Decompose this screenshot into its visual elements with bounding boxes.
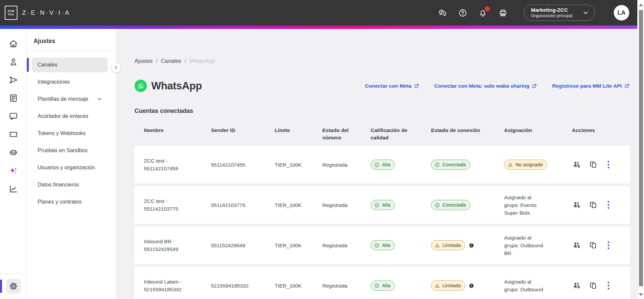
cell-assignment: Asignado al grupo: Outbound	[495, 278, 562, 294]
home-icon[interactable]	[6, 36, 21, 51]
sidebar-item-integraciones[interactable]: Integraciones	[32, 75, 108, 89]
assign-users-icon[interactable]	[572, 241, 581, 250]
quality-badge: Alta	[371, 281, 395, 291]
conversations-icon[interactable]	[6, 109, 21, 124]
zenvia-logo[interactable]: ZENVIA Z·E·N·V·I·A	[5, 6, 70, 20]
external-link-icon	[624, 83, 630, 89]
chatbot-robot-icon[interactable]	[6, 145, 21, 160]
kebab-menu-icon[interactable]	[605, 241, 611, 250]
table-row: Inbound BR - 551152429549 551152429549 T…	[135, 226, 630, 264]
breadcrumb-separator: /	[156, 58, 158, 64]
scrollbar-up-arrow[interactable]	[639, 3, 643, 6]
cell-sender-id: 5215594185332	[202, 282, 265, 290]
check-circle-icon	[374, 243, 380, 248]
help-icon[interactable]	[458, 8, 468, 18]
external-link-icon	[414, 83, 420, 89]
analytics-chart-icon[interactable]	[6, 181, 21, 196]
copy-icon[interactable]	[589, 160, 598, 169]
breadcrumb-item[interactable]: Ajustes	[135, 58, 153, 64]
cell-assignment: No asignado	[495, 160, 562, 170]
cell-assignment: Asignado al grupo: Outbound BR	[495, 234, 562, 257]
assign-users-icon[interactable]	[572, 281, 581, 290]
scrollbar-thumb[interactable]	[639, 10, 643, 286]
contacts-icon[interactable]	[6, 54, 21, 69]
organization-switcher[interactable]: Marketing-ZCC Organización principal	[524, 5, 595, 21]
sidebar-collapse-button[interactable]	[111, 63, 121, 72]
main-content: Ajustes/Canales/WhatsApp WhatsApp Conect…	[116, 29, 644, 299]
external-link[interactable]: Conectar con Meta	[365, 83, 420, 89]
table-row: ZCC test - 551142107455 551142107455 TIE…	[135, 146, 630, 183]
cell-connection: Conectada	[422, 160, 495, 170]
user-avatar[interactable]: LA	[614, 5, 629, 20]
cell-number-status: Registrada	[313, 242, 361, 249]
ai-sparkles-icon[interactable]	[6, 163, 21, 178]
sidebar-item-pruebas-en-sandbox[interactable]: Pruebas en Sandbox	[32, 143, 108, 158]
column-header: Sender ID	[202, 127, 265, 134]
cell-quality: Alta	[361, 281, 422, 291]
cell-limit: TIER_100K	[265, 282, 313, 290]
settings-gear-icon[interactable]	[6, 279, 21, 294]
sidebar-item-label: Datos financieros	[38, 182, 79, 188]
breadcrumb-item[interactable]: Canales	[161, 58, 181, 64]
cell-actions	[562, 281, 630, 290]
external-link[interactable]: Regístrese para MM Lite API	[552, 83, 630, 89]
sidebar-title: Ajustes	[32, 29, 108, 51]
sidebar-item-usuarios-y-organizaci-n[interactable]: Usuarios y organización	[32, 160, 108, 175]
copy-icon[interactable]	[589, 241, 598, 250]
chevron-down-icon	[582, 9, 589, 16]
sidebar-item-datos-financieros[interactable]: Datos financieros	[32, 177, 108, 192]
cell-number-status: Registrada	[313, 161, 361, 169]
info-icon[interactable]	[469, 243, 474, 248]
assign-users-icon[interactable]	[572, 160, 581, 169]
sidebar-item-label: Canales	[38, 62, 57, 68]
breadcrumb: Ajustes/Canales/WhatsApp	[135, 58, 630, 64]
reports-document-icon[interactable]	[6, 91, 21, 105]
kebab-menu-icon[interactable]	[605, 200, 611, 210]
sidebar-item-label: Acortador de enlaces	[38, 113, 88, 119]
icon-rail	[0, 29, 27, 299]
organization-name: Marketing-ZCC	[531, 7, 573, 13]
external-link-label: Conectar con Meta: solo waba sharing	[434, 83, 529, 89]
copy-icon[interactable]	[589, 200, 598, 210]
sidebar-item-label: Planes y contratos	[38, 199, 82, 205]
assign-users-icon[interactable]	[572, 200, 581, 210]
breadcrumb-item: WhatsApp	[190, 58, 215, 64]
cell-sender-id: 551152429549	[202, 242, 265, 249]
sidebar-item-planes-y-contratos[interactable]: Planes y contratos	[32, 195, 108, 209]
column-header: Estado del número	[313, 127, 361, 141]
external-link[interactable]: Conectar con Meta: solo waba sharing	[434, 83, 537, 89]
campaigns-ticket-icon[interactable]	[6, 127, 21, 142]
info-icon[interactable]	[469, 283, 474, 289]
sidebar-item-canales[interactable]: Canales	[32, 57, 108, 72]
zenvia-logo-icon: ZENVIA	[5, 6, 17, 20]
whatsapp-icon	[135, 80, 147, 92]
sidebar-item-label: Integraciones	[38, 79, 70, 85]
connection-badge: Conectada	[431, 200, 470, 210]
external-link-icon	[532, 83, 537, 89]
section-title: Cuentas conectadas	[135, 108, 630, 115]
chevron-down-icon	[96, 96, 103, 102]
sidebar-item-label: Plantillas de mensaje	[38, 96, 88, 102]
organization-subtitle: Organización principal	[531, 13, 573, 18]
copy-icon[interactable]	[589, 281, 598, 290]
sidebar-item-tokens-y-webhooks[interactable]: Tokens y Webhooks	[32, 126, 108, 141]
cell-number-status: Registrada	[313, 282, 361, 290]
printer-icon[interactable]	[498, 8, 508, 18]
kebab-menu-icon[interactable]	[605, 160, 611, 169]
settings-sidebar: Ajustes Canales Integraciones Plantillas…	[27, 29, 116, 299]
kebab-menu-icon[interactable]	[605, 281, 611, 290]
support-chat-icon[interactable]	[437, 8, 447, 18]
warning-triangle-icon	[434, 283, 440, 289]
notifications-bell-icon[interactable]	[478, 8, 488, 18]
scrollbar-down-arrow[interactable]	[639, 293, 643, 296]
sidebar-item-plantillas-de-mensaje[interactable]: Plantillas de mensaje	[32, 92, 108, 106]
external-link-label: Regístrese para MM Lite API	[552, 83, 622, 89]
check-circle-icon	[434, 162, 440, 168]
send-message-icon[interactable]	[6, 73, 21, 87]
connection-badge: Limitada	[431, 281, 465, 291]
cell-actions	[562, 200, 630, 210]
page-scrollbar[interactable]	[637, 0, 644, 299]
cell-account-name: Inbound BR - 551152429549	[135, 238, 202, 253]
sidebar-item-acortador-de-enlaces[interactable]: Acortador de enlaces	[32, 109, 108, 124]
breadcrumb-separator: /	[184, 58, 186, 64]
